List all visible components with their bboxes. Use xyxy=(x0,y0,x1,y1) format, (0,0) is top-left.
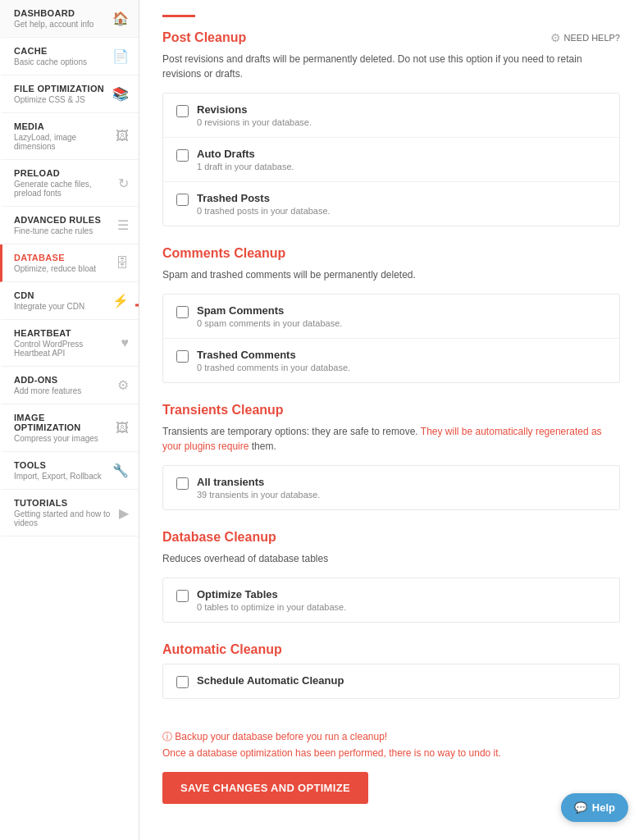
sidebar-title-database: DATABASE xyxy=(14,253,112,262)
sidebar-subtitle-preload: Generate cache files, preload fonts xyxy=(14,180,115,198)
sidebar-item-database[interactable]: DATABASE Optimize, reduce bloat 🗄 xyxy=(0,244,139,282)
comments-cleanup-header: Comments Cleanup xyxy=(162,246,620,261)
sidebar-subtitle-heartbeat: Control WordPress Heartbeat API xyxy=(14,340,118,358)
sidebar-title-tutorials: TUTORIALS xyxy=(14,498,116,508)
sidebar-item-tools[interactable]: TOOLS Import, Export, Rollback 🔧 xyxy=(0,452,139,490)
sidebar-title-add-ons: ADD-ONS xyxy=(14,375,114,385)
sidebar-icon-heartbeat: ♥ xyxy=(121,336,130,350)
sidebar-subtitle-tutorials: Getting started and how to videos xyxy=(14,509,116,527)
sidebar-item-cdn[interactable]: CDN Integrate your CDN ⚡ xyxy=(0,282,139,320)
checkbox-post-cleanup-rows-2[interactable] xyxy=(176,194,189,206)
sidebar-item-advanced-rules[interactable]: ADVANCED RULES Fine-tune cache rules ☰ xyxy=(0,207,139,244)
sidebar-icon-database: 🗄 xyxy=(116,256,129,271)
sidebar-item-dashboard[interactable]: DASHBOARD Get help, account info 🏠 xyxy=(0,0,139,38)
sidebar-icon-file-optimization: 📚 xyxy=(112,86,129,102)
warning-box: ⓘ Backup your database before you run a … xyxy=(162,719,620,807)
help-icon: 💬 xyxy=(574,801,587,814)
sidebar-title-image-optimization: IMAGE OPTIMIZATION xyxy=(14,413,112,432)
sidebar-subtitle-file-optimization: Optimize CSS & JS xyxy=(14,95,109,104)
sidebar-subtitle-cdn: Integrate your CDN xyxy=(14,302,109,311)
transients-cleanup-desc: Transients are temporary options: they a… xyxy=(162,424,620,454)
checkbox-comments-cleanup-rows-1[interactable] xyxy=(176,350,189,363)
sidebar-subtitle-image-optimization: Compress your images xyxy=(14,434,112,443)
sidebar-subtitle-dashboard: Get help, account info xyxy=(14,20,109,29)
need-help-button[interactable]: ⚙ NEED HELP? xyxy=(550,31,620,44)
checkbox-row: Schedule Automatic Cleanup xyxy=(163,664,619,698)
save-button[interactable]: SAVE CHANGES AND OPTIMIZE xyxy=(162,772,368,804)
sidebar-title-preload: PRELOAD xyxy=(14,168,115,178)
transients-desc-end: them. xyxy=(249,441,276,452)
checkbox-comments-cleanup-rows-0[interactable] xyxy=(176,306,189,318)
checkbox-sublabel-1: 1 draft in your database. xyxy=(197,162,294,171)
checkbox-label-2: Trashed Posts xyxy=(197,192,331,204)
post-cleanup-header: Post Cleanup ⚙ NEED HELP? xyxy=(162,30,620,45)
database-cleanup-title: Database Cleanup xyxy=(162,530,276,545)
sidebar-icon-add-ons: ⚙ xyxy=(117,377,129,393)
checkbox-label-0: Spam Comments xyxy=(197,304,342,317)
checkbox-label-0: All transients xyxy=(197,476,320,488)
sidebar-icon-tools: 🔧 xyxy=(112,463,129,478)
checkbox-post-cleanup-rows-0[interactable] xyxy=(176,105,189,117)
checkbox-sublabel-2: 0 trashed posts in your database. xyxy=(197,206,331,216)
checkbox-sublabel-0: 0 revisions in your database. xyxy=(197,117,312,127)
sidebar-item-image-optimization[interactable]: IMAGE OPTIMIZATION Compress your images … xyxy=(0,404,139,452)
database-cleanup-header: Database Cleanup xyxy=(162,530,620,545)
sidebar-item-cache[interactable]: CACHE Basic cache options 📄 xyxy=(0,38,139,75)
sidebar-icon-advanced-rules: ☰ xyxy=(117,217,129,233)
sidebar-title-dashboard: DASHBOARD xyxy=(14,8,109,18)
sidebar-item-file-optimization[interactable]: FILE OPTIMIZATION Optimize CSS & JS 📚 xyxy=(0,75,139,113)
checkbox-row: Trashed Comments 0 trashed comments in y… xyxy=(163,339,619,382)
sidebar-item-heartbeat[interactable]: HEARTBEAT Control WordPress Heartbeat AP… xyxy=(0,320,139,367)
transients-desc-plain: Transients are temporary options: they a… xyxy=(162,426,421,437)
warning-line1: ⓘ Backup your database before you run a … xyxy=(162,730,620,744)
checkbox-sublabel-1: 0 trashed comments in your database. xyxy=(197,363,350,372)
checkbox-post-cleanup-rows-1[interactable] xyxy=(176,149,189,162)
sidebar-icon-cdn: ⚡ xyxy=(112,293,129,308)
question-icon: ⚙ xyxy=(550,31,561,44)
checkbox-label-0: Schedule Automatic Cleanup xyxy=(197,674,344,687)
checkbox-row: Spam Comments 0 spam comments in your da… xyxy=(163,294,619,339)
warning-line2: Once a database optimization has been pe… xyxy=(162,747,620,759)
checkbox-automatic-cleanup-rows-0[interactable] xyxy=(176,676,189,688)
help-label: Help xyxy=(592,801,615,814)
automatic-cleanup-header: Automatic Cleanup xyxy=(162,642,620,657)
checkbox-row: Auto Drafts 1 draft in your database. xyxy=(163,138,619,182)
sidebar-subtitle-tools: Import, Export, Rollback xyxy=(14,472,109,481)
sidebar-subtitle-media: LazyLoad, image dimensions xyxy=(14,133,112,151)
sidebar-subtitle-cache: Basic cache options xyxy=(14,57,109,66)
checkbox-row: All transients 39 transients in your dat… xyxy=(163,466,619,509)
checkbox-row: Revisions 0 revisions in your database. xyxy=(163,94,619,138)
sidebar-subtitle-advanced-rules: Fine-tune cache rules xyxy=(14,226,114,235)
help-button[interactable]: 💬 Help xyxy=(561,793,628,822)
sidebar-item-media[interactable]: MEDIA LazyLoad, image dimensions 🖼 xyxy=(0,113,139,160)
checkbox-sublabel-0: 0 tables to optimize in your database. xyxy=(197,602,346,612)
post-cleanup-title: Post Cleanup xyxy=(162,30,246,45)
sidebar-title-advanced-rules: ADVANCED RULES xyxy=(14,215,114,225)
checkbox-label-0: Optimize Tables xyxy=(197,588,346,600)
sidebar: DASHBOARD Get help, account info 🏠 CACHE… xyxy=(0,0,139,840)
sidebar-title-heartbeat: HEARTBEAT xyxy=(14,328,118,338)
sidebar-title-tools: TOOLS xyxy=(14,460,109,470)
comments-cleanup-title: Comments Cleanup xyxy=(162,246,285,261)
main-content: Post Cleanup ⚙ NEED HELP? Post revisions… xyxy=(139,0,643,840)
transients-cleanup-header: Transients Cleanup xyxy=(162,403,620,418)
checkbox-database-cleanup-rows-0[interactable] xyxy=(176,590,189,602)
checkbox-row: Trashed Posts 0 trashed posts in your da… xyxy=(163,182,619,226)
checkbox-transients-cleanup-rows-0[interactable] xyxy=(176,477,189,490)
post-cleanup-desc: Post revisions and drafts will be perman… xyxy=(162,52,620,81)
sidebar-item-add-ons[interactable]: ADD-ONS Add more features ⚙ xyxy=(0,367,139,404)
sidebar-subtitle-database: Optimize, reduce bloat xyxy=(14,264,112,273)
sidebar-icon-preload: ↻ xyxy=(118,176,129,191)
transients-cleanup-title: Transients Cleanup xyxy=(162,403,284,418)
sidebar-icon-dashboard: 🏠 xyxy=(112,11,129,26)
sidebar-icon-image-optimization: 🖼 xyxy=(116,421,129,436)
sidebar-icon-media: 🖼 xyxy=(116,129,129,144)
sidebar-item-preload[interactable]: PRELOAD Generate cache files, preload fo… xyxy=(0,160,139,207)
sidebar-title-file-optimization: FILE OPTIMIZATION xyxy=(14,84,109,94)
database-cleanup-options: Optimize Tables 0 tables to optimize in … xyxy=(162,578,620,623)
transients-cleanup-options: All transients 39 transients in your dat… xyxy=(162,465,620,510)
sidebar-icon-tutorials: ▶ xyxy=(119,505,129,521)
sidebar-item-tutorials[interactable]: TUTORIALS Getting started and how to vid… xyxy=(0,490,139,536)
post-cleanup-options: Revisions 0 revisions in your database. … xyxy=(162,93,620,226)
checkbox-label-1: Trashed Comments xyxy=(197,349,350,361)
